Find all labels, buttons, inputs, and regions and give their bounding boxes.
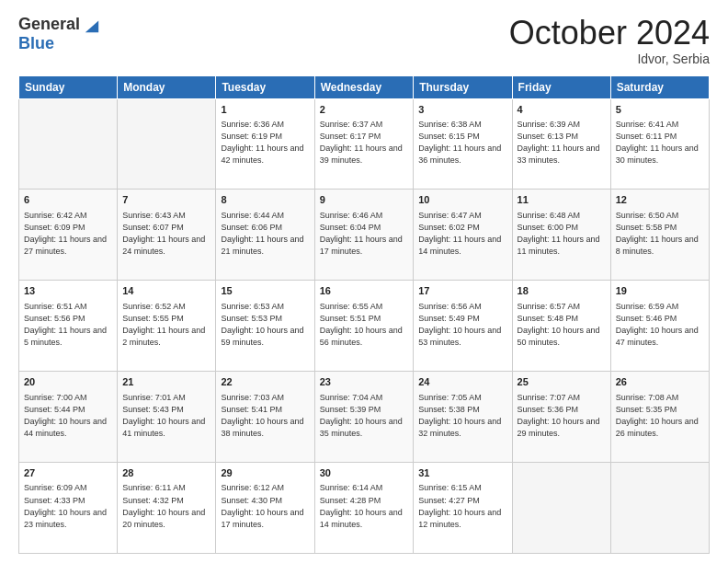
calendar-cell	[610, 463, 709, 554]
day-number: 11	[518, 193, 606, 207]
day-info: Sunrise: 6:43 AMSunset: 6:07 PMDaylight:…	[122, 210, 210, 258]
calendar-cell: 4Sunrise: 6:39 AMSunset: 6:13 PMDaylight…	[512, 98, 610, 190]
calendar-cell: 13Sunrise: 6:51 AMSunset: 5:56 PMDayligh…	[19, 281, 118, 372]
day-info: Sunrise: 6:52 AMSunset: 5:55 PMDaylight:…	[122, 301, 210, 349]
header-saturday: Saturday	[610, 75, 709, 98]
day-info: Sunrise: 6:59 AMSunset: 5:46 PMDaylight:…	[616, 301, 704, 349]
page: General Blue October 2024 Idvor, Serbia …	[0, 0, 728, 563]
day-info: Sunrise: 6:51 AMSunset: 5:56 PMDaylight:…	[24, 301, 112, 349]
calendar-cell	[118, 98, 216, 190]
day-number: 24	[418, 375, 506, 389]
day-info: Sunrise: 6:53 AMSunset: 5:53 PMDaylight:…	[221, 301, 309, 349]
calendar-cell: 17Sunrise: 6:56 AMSunset: 5:49 PMDayligh…	[414, 281, 512, 372]
day-info: Sunrise: 6:47 AMSunset: 6:02 PMDaylight:…	[418, 210, 506, 258]
day-info: Sunrise: 6:57 AMSunset: 5:48 PMDaylight:…	[518, 301, 606, 349]
day-info: Sunrise: 6:42 AMSunset: 6:09 PMDaylight:…	[24, 210, 112, 258]
calendar-header-row: Sunday Monday Tuesday Wednesday Thursday…	[19, 75, 710, 98]
calendar-cell: 7Sunrise: 6:43 AMSunset: 6:07 PMDaylight…	[118, 190, 216, 281]
day-info: Sunrise: 7:00 AMSunset: 5:44 PMDaylight:…	[24, 392, 112, 440]
calendar-cell: 19Sunrise: 6:59 AMSunset: 5:46 PMDayligh…	[610, 281, 709, 372]
day-number: 23	[320, 375, 409, 389]
calendar-cell: 5Sunrise: 6:41 AMSunset: 6:11 PMDaylight…	[610, 98, 709, 190]
svg-marker-0	[85, 21, 98, 33]
day-info: Sunrise: 6:39 AMSunset: 6:13 PMDaylight:…	[518, 119, 606, 167]
calendar-cell: 26Sunrise: 7:08 AMSunset: 5:35 PMDayligh…	[610, 372, 709, 463]
day-info: Sunrise: 7:08 AMSunset: 5:35 PMDaylight:…	[616, 392, 704, 440]
day-info: Sunrise: 6:14 AMSunset: 4:28 PMDaylight:…	[320, 482, 409, 530]
calendar-week-1: 1Sunrise: 6:36 AMSunset: 6:19 PMDaylight…	[19, 98, 710, 190]
calendar-cell: 12Sunrise: 6:50 AMSunset: 5:58 PMDayligh…	[610, 190, 709, 281]
calendar-cell: 27Sunrise: 6:09 AMSunset: 4:33 PMDayligh…	[19, 463, 118, 554]
day-number: 26	[616, 375, 704, 389]
calendar-cell: 10Sunrise: 6:47 AMSunset: 6:02 PMDayligh…	[414, 190, 512, 281]
day-info: Sunrise: 6:37 AMSunset: 6:17 PMDaylight:…	[320, 119, 409, 167]
header-sunday: Sunday	[19, 75, 118, 98]
day-info: Sunrise: 6:36 AMSunset: 6:19 PMDaylight:…	[221, 119, 309, 167]
day-info: Sunrise: 7:01 AMSunset: 5:43 PMDaylight:…	[122, 392, 210, 440]
calendar-cell: 2Sunrise: 6:37 AMSunset: 6:17 PMDaylight…	[314, 98, 414, 190]
day-number: 15	[221, 284, 309, 298]
calendar-cell: 15Sunrise: 6:53 AMSunset: 5:53 PMDayligh…	[216, 281, 314, 372]
day-number: 20	[24, 375, 112, 389]
header-thursday: Thursday	[414, 75, 512, 98]
calendar-table: Sunday Monday Tuesday Wednesday Thursday…	[18, 75, 710, 554]
calendar-cell: 28Sunrise: 6:11 AMSunset: 4:32 PMDayligh…	[118, 463, 216, 554]
day-info: Sunrise: 7:05 AMSunset: 5:38 PMDaylight:…	[418, 392, 506, 440]
day-info: Sunrise: 6:48 AMSunset: 6:00 PMDaylight:…	[518, 210, 606, 258]
day-info: Sunrise: 7:07 AMSunset: 5:36 PMDaylight:…	[518, 392, 606, 440]
logo-blue-text: Blue	[18, 34, 54, 53]
calendar-week-3: 13Sunrise: 6:51 AMSunset: 5:56 PMDayligh…	[19, 281, 710, 372]
day-info: Sunrise: 6:38 AMSunset: 6:15 PMDaylight:…	[418, 119, 506, 167]
calendar-cell: 25Sunrise: 7:07 AMSunset: 5:36 PMDayligh…	[512, 372, 610, 463]
day-number: 30	[320, 466, 409, 480]
header-monday: Monday	[118, 75, 216, 98]
header: General Blue October 2024 Idvor, Serbia	[18, 15, 710, 66]
day-number: 7	[122, 193, 210, 207]
calendar-cell: 3Sunrise: 6:38 AMSunset: 6:15 PMDaylight…	[414, 98, 512, 190]
day-number: 13	[24, 284, 112, 298]
day-number: 3	[418, 103, 506, 117]
day-info: Sunrise: 6:46 AMSunset: 6:04 PMDaylight:…	[320, 210, 409, 258]
day-info: Sunrise: 6:44 AMSunset: 6:06 PMDaylight:…	[221, 210, 309, 258]
day-number: 21	[122, 375, 210, 389]
calendar-cell: 6Sunrise: 6:42 AMSunset: 6:09 PMDaylight…	[19, 190, 118, 281]
day-number: 1	[221, 103, 309, 117]
logo-general-text: General	[18, 15, 80, 34]
calendar-cell	[19, 98, 118, 190]
day-number: 19	[616, 284, 704, 298]
calendar-cell: 18Sunrise: 6:57 AMSunset: 5:48 PMDayligh…	[512, 281, 610, 372]
day-number: 5	[616, 103, 704, 117]
calendar-week-4: 20Sunrise: 7:00 AMSunset: 5:44 PMDayligh…	[19, 372, 710, 463]
calendar-cell: 11Sunrise: 6:48 AMSunset: 6:00 PMDayligh…	[512, 190, 610, 281]
logo: General Blue	[18, 15, 100, 53]
logo-triangle-icon	[84, 17, 100, 34]
calendar-cell: 8Sunrise: 6:44 AMSunset: 6:06 PMDaylight…	[216, 190, 314, 281]
day-info: Sunrise: 6:11 AMSunset: 4:32 PMDaylight:…	[122, 482, 210, 530]
day-info: Sunrise: 6:12 AMSunset: 4:30 PMDaylight:…	[221, 482, 309, 530]
calendar-cell: 21Sunrise: 7:01 AMSunset: 5:43 PMDayligh…	[118, 372, 216, 463]
month-title: October 2024	[509, 15, 710, 52]
calendar-cell: 20Sunrise: 7:00 AMSunset: 5:44 PMDayligh…	[19, 372, 118, 463]
header-tuesday: Tuesday	[216, 75, 314, 98]
calendar-cell: 31Sunrise: 6:15 AMSunset: 4:27 PMDayligh…	[414, 463, 512, 554]
day-info: Sunrise: 6:15 AMSunset: 4:27 PMDaylight:…	[418, 482, 506, 530]
title-block: October 2024 Idvor, Serbia	[509, 15, 710, 66]
day-info: Sunrise: 7:04 AMSunset: 5:39 PMDaylight:…	[320, 392, 409, 440]
day-info: Sunrise: 6:50 AMSunset: 5:58 PMDaylight:…	[616, 210, 704, 258]
day-number: 10	[418, 193, 506, 207]
header-wednesday: Wednesday	[314, 75, 414, 98]
day-number: 31	[418, 466, 506, 480]
calendar-cell	[512, 463, 610, 554]
calendar-cell: 1Sunrise: 6:36 AMSunset: 6:19 PMDaylight…	[216, 98, 314, 190]
day-info: Sunrise: 7:03 AMSunset: 5:41 PMDaylight:…	[221, 392, 309, 440]
calendar-cell: 22Sunrise: 7:03 AMSunset: 5:41 PMDayligh…	[216, 372, 314, 463]
calendar-week-2: 6Sunrise: 6:42 AMSunset: 6:09 PMDaylight…	[19, 190, 710, 281]
day-info: Sunrise: 6:41 AMSunset: 6:11 PMDaylight:…	[616, 119, 704, 167]
calendar-week-5: 27Sunrise: 6:09 AMSunset: 4:33 PMDayligh…	[19, 463, 710, 554]
day-number: 6	[24, 193, 112, 207]
day-info: Sunrise: 6:55 AMSunset: 5:51 PMDaylight:…	[320, 301, 409, 349]
day-number: 22	[221, 375, 309, 389]
calendar-cell: 30Sunrise: 6:14 AMSunset: 4:28 PMDayligh…	[314, 463, 414, 554]
calendar-cell: 29Sunrise: 6:12 AMSunset: 4:30 PMDayligh…	[216, 463, 314, 554]
day-info: Sunrise: 6:09 AMSunset: 4:33 PMDaylight:…	[24, 482, 112, 530]
